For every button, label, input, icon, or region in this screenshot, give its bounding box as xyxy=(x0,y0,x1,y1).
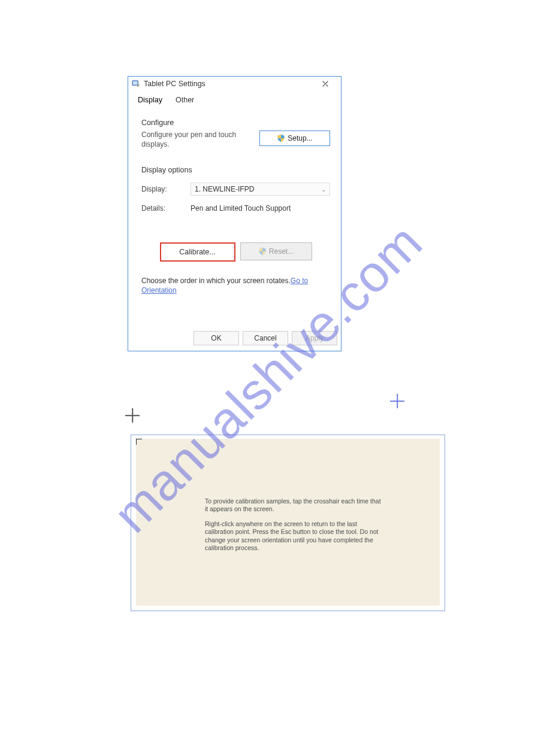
dialog-title: Tablet PC Settings xyxy=(144,80,313,88)
tablet-settings-icon xyxy=(132,80,140,88)
calibration-instructions: To provide calibration samples, tap the … xyxy=(205,497,385,559)
calibration-screen: To provide calibration samples, tap the … xyxy=(131,435,445,611)
calibration-crosshair-icon xyxy=(125,408,140,423)
display-dropdown-value: 1. NEWLINE-IFPD xyxy=(195,185,254,193)
dialog-footer: OK Cancel Apply xyxy=(128,326,341,351)
uac-shield-icon xyxy=(258,247,267,256)
rotate-order-text: Choose the order in which your screen ro… xyxy=(141,276,330,295)
display-label: Display: xyxy=(141,185,191,193)
display-options-heading: Display options xyxy=(141,166,330,174)
calibration-text-2: Right-click anywhere on the screen to re… xyxy=(205,520,385,552)
configure-desc: Configure your pen and touch displays. xyxy=(141,130,240,149)
ok-button[interactable]: OK xyxy=(194,331,239,345)
tablet-pc-settings-dialog: Tablet PC Settings Display Other Configu… xyxy=(128,76,341,351)
corner-crosshair-icon xyxy=(136,439,142,445)
calibration-text-1: To provide calibration samples, tap the … xyxy=(205,497,385,513)
cancel-button[interactable]: Cancel xyxy=(243,331,288,345)
calibration-surface[interactable]: To provide calibration samples, tap the … xyxy=(136,439,440,606)
reset-button-label: Reset... xyxy=(269,247,294,256)
configure-heading: Configure xyxy=(141,119,330,127)
apply-button: Apply xyxy=(292,331,337,345)
calibrate-button[interactable]: Calibrate... xyxy=(160,242,235,262)
dialog-content: Configure Configure your pen and touch d… xyxy=(128,107,341,300)
svg-rect-1 xyxy=(133,81,138,85)
details-value: Pen and Limited Touch Support xyxy=(191,204,330,212)
close-button[interactable] xyxy=(313,78,337,90)
reset-button: Reset... xyxy=(240,242,312,260)
tab-other[interactable]: Other xyxy=(172,93,198,107)
display-dropdown[interactable]: 1. NEWLINE-IFPD ⌄ xyxy=(191,183,330,196)
uac-shield-icon xyxy=(277,134,285,142)
setup-button[interactable]: Setup... xyxy=(259,130,330,146)
details-label: Details: xyxy=(141,204,191,212)
titlebar: Tablet PC Settings xyxy=(128,77,341,91)
tab-display[interactable]: Display xyxy=(134,93,166,107)
chevron-down-icon: ⌄ xyxy=(321,186,326,193)
tab-strip: Display Other xyxy=(128,91,341,107)
calibration-crosshair-icon xyxy=(390,394,404,408)
setup-button-label: Setup... xyxy=(288,134,312,142)
